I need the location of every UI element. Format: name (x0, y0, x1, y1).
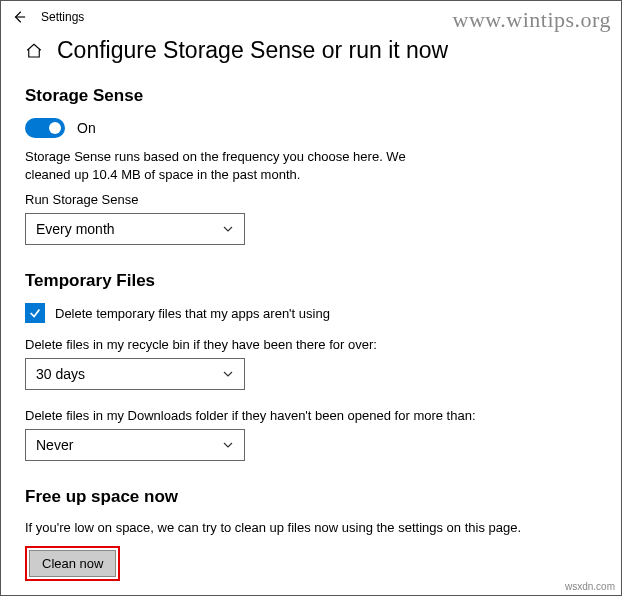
delete-temp-checkbox[interactable] (25, 303, 45, 323)
free-up-section: Free up space now If you're low on space… (25, 487, 597, 580)
storage-sense-description: Storage Sense runs based on the frequenc… (25, 148, 425, 184)
storage-sense-section: Storage Sense On Storage Sense runs base… (25, 86, 597, 245)
downloads-value: Never (36, 437, 73, 453)
page-title: Configure Storage Sense or run it now (57, 37, 448, 64)
section-heading-storage-sense: Storage Sense (25, 86, 597, 106)
recycle-bin-value: 30 days (36, 366, 85, 382)
storage-sense-toggle[interactable] (25, 118, 65, 138)
delete-temp-label: Delete temporary files that my apps aren… (55, 306, 330, 321)
section-heading-temp-files: Temporary Files (25, 271, 597, 291)
run-storage-sense-dropdown[interactable]: Every month (25, 213, 245, 245)
recycle-bin-dropdown[interactable]: 30 days (25, 358, 245, 390)
chevron-down-icon (222, 223, 234, 235)
run-storage-sense-value: Every month (36, 221, 115, 237)
downloads-label: Delete files in my Downloads folder if t… (25, 408, 597, 423)
chevron-down-icon (222, 439, 234, 451)
downloads-dropdown[interactable]: Never (25, 429, 245, 461)
toggle-state-label: On (77, 120, 96, 136)
title-bar: Settings (1, 1, 621, 33)
recycle-bin-label: Delete files in my recycle bin if they h… (25, 337, 597, 352)
run-storage-sense-label: Run Storage Sense (25, 192, 597, 207)
highlight-annotation: Clean now (25, 546, 120, 581)
clean-now-button[interactable]: Clean now (29, 550, 116, 577)
free-up-description: If you're low on space, we can try to cl… (25, 519, 585, 537)
home-icon[interactable] (25, 42, 43, 60)
app-label: Settings (41, 10, 84, 24)
chevron-down-icon (222, 368, 234, 380)
temporary-files-section: Temporary Files Delete temporary files t… (25, 271, 597, 461)
section-heading-free-up: Free up space now (25, 487, 597, 507)
back-icon[interactable] (11, 9, 27, 25)
